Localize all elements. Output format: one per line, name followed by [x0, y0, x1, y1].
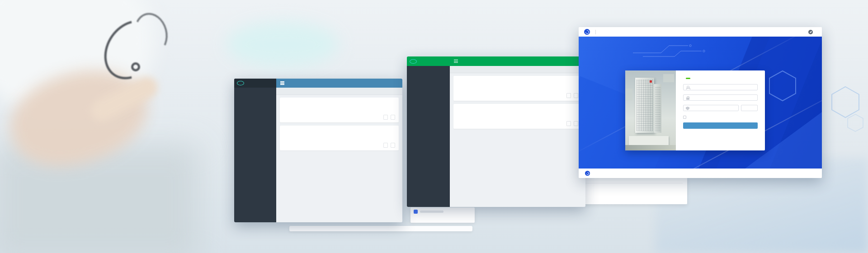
person-icon [686, 86, 689, 89]
prev-page-button[interactable] [383, 143, 388, 148]
login-button[interactable] [683, 122, 758, 129]
activity-feed-card [580, 177, 687, 204]
captcha-input[interactable] [691, 107, 738, 110]
app-logo [407, 56, 454, 66]
feed-item [585, 179, 683, 183]
window-admin-dashboard [234, 79, 402, 222]
red-cross-emblem [650, 80, 652, 83]
password-field[interactable] [683, 94, 758, 101]
building-tower [635, 78, 654, 133]
service-phone [808, 30, 816, 34]
purchase-plan-card [280, 98, 399, 122]
dashboard-content [450, 73, 585, 207]
menu-toggle-icon[interactable] [454, 60, 458, 63]
prev-page-button[interactable] [566, 121, 571, 126]
teal-glow-shape [226, 22, 339, 67]
pagination [283, 113, 395, 120]
username-field[interactable] [683, 84, 758, 90]
circuit-lines-icon [633, 40, 719, 58]
pagination [283, 141, 395, 148]
app-header [276, 79, 402, 88]
next-page-button[interactable] [391, 143, 395, 148]
logo-icon [410, 59, 417, 64]
building-ground [625, 145, 676, 150]
building-block [663, 74, 674, 82]
prev-page-button[interactable] [566, 93, 571, 98]
doc-icon [414, 210, 418, 214]
app-header [407, 56, 585, 66]
table-header [283, 136, 395, 141]
login-footer [579, 169, 822, 178]
login-form [676, 70, 765, 150]
shield-icon [686, 107, 689, 110]
quick-link-row[interactable] [414, 210, 472, 214]
phone-icon [808, 30, 813, 34]
prev-page-button[interactable] [383, 115, 388, 120]
building-block [625, 89, 632, 100]
table-header [283, 108, 395, 113]
pagination [457, 91, 578, 98]
window-clinical-dashboard [407, 56, 585, 207]
next-page-button[interactable] [391, 115, 395, 120]
lock-icon [686, 96, 689, 100]
login-banner [579, 37, 822, 169]
background-window-edge [289, 226, 472, 231]
stethoscope-chestpiece-icon [131, 62, 140, 71]
next-page-button[interactable] [574, 121, 578, 126]
app-logo [234, 79, 276, 88]
feed-item [585, 183, 683, 187]
login-card [625, 70, 765, 150]
hexagon-icon [847, 114, 863, 132]
tab-bar [276, 88, 402, 95]
divider [595, 30, 596, 34]
next-page-button[interactable] [574, 93, 578, 98]
dashboard-content [276, 95, 402, 222]
quick-link-panel [410, 207, 475, 223]
brand-logo-icon [585, 171, 590, 176]
hexagon-icon [769, 70, 797, 102]
table-header [457, 86, 578, 91]
window-supplier-login [579, 27, 822, 178]
table-header [457, 114, 578, 119]
logo-icon [237, 81, 244, 85]
sidebar [407, 66, 450, 207]
category-badge [686, 78, 690, 79]
request-plan-card [453, 76, 582, 101]
quick-link-text [420, 211, 443, 213]
tab-scroll-left-icon[interactable] [451, 66, 453, 73]
tab-scroll-left-icon[interactable] [277, 88, 280, 94]
sidebar [234, 79, 276, 222]
inventory-warning-card [280, 126, 399, 150]
building-tower [654, 84, 661, 133]
login-topbar [579, 27, 822, 37]
pagination [457, 119, 578, 126]
menu-toggle-icon[interactable] [280, 81, 284, 85]
building-podium [629, 136, 669, 145]
remember-checkbox[interactable] [683, 116, 686, 119]
photo-shadow [0, 145, 199, 253]
tab-bar [450, 66, 585, 73]
hospital-building-image [625, 70, 676, 150]
captcha-question[interactable] [741, 105, 758, 111]
captcha-field[interactable] [683, 105, 739, 111]
inventory-warning-card [453, 104, 582, 129]
username-input[interactable] [691, 86, 757, 89]
brand-logo-icon [584, 29, 590, 35]
password-input[interactable] [691, 96, 757, 99]
